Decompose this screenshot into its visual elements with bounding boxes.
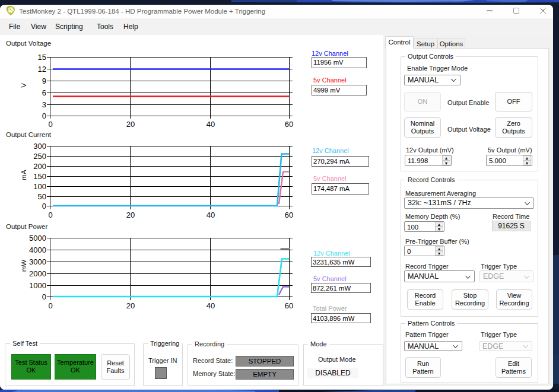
svg-text:0: 0 [48, 120, 52, 129]
svg-text:250: 250 [33, 152, 46, 161]
svg-text:20: 20 [126, 301, 135, 310]
svg-text:4000: 4000 [29, 246, 46, 254]
svg-text:150: 150 [33, 172, 46, 181]
svg-text:5000: 5000 [29, 234, 46, 243]
svg-text:2000: 2000 [29, 269, 46, 278]
svg-text:300: 300 [33, 142, 46, 151]
svg-text:60: 60 [285, 120, 293, 129]
svg-text:1000: 1000 [29, 281, 46, 290]
svg-text:60: 60 [285, 301, 293, 310]
svg-text:0: 0 [48, 301, 52, 310]
svg-text:20: 20 [126, 211, 135, 219]
svg-text:6: 6 [42, 88, 46, 97]
svg-text:9: 9 [42, 77, 46, 85]
svg-text:12: 12 [38, 65, 46, 74]
svg-text:3000: 3000 [29, 257, 46, 266]
svg-text:Output Power: Output Power [6, 223, 47, 230]
svg-text:0: 0 [48, 211, 52, 219]
svg-text:0: 0 [42, 111, 46, 120]
svg-text:V: V [20, 83, 27, 88]
svg-text:mW: mW [20, 260, 27, 272]
svg-text:0: 0 [42, 202, 46, 211]
svg-text:60: 60 [285, 211, 293, 219]
svg-text:20: 20 [126, 120, 135, 129]
svg-text:40: 40 [207, 301, 215, 310]
svg-text:40: 40 [207, 211, 215, 219]
svg-text:3: 3 [42, 100, 46, 109]
svg-text:Output Current: Output Current [6, 131, 52, 138]
svg-text:40: 40 [207, 120, 215, 129]
svg-text:15: 15 [38, 53, 46, 62]
svg-text:mA: mA [20, 170, 27, 180]
svg-text:50: 50 [38, 192, 46, 201]
svg-text:100: 100 [33, 182, 46, 191]
svg-text:Output Voltage: Output Voltage [6, 40, 51, 47]
svg-text:0: 0 [42, 292, 46, 301]
svg-text:200: 200 [33, 162, 46, 171]
